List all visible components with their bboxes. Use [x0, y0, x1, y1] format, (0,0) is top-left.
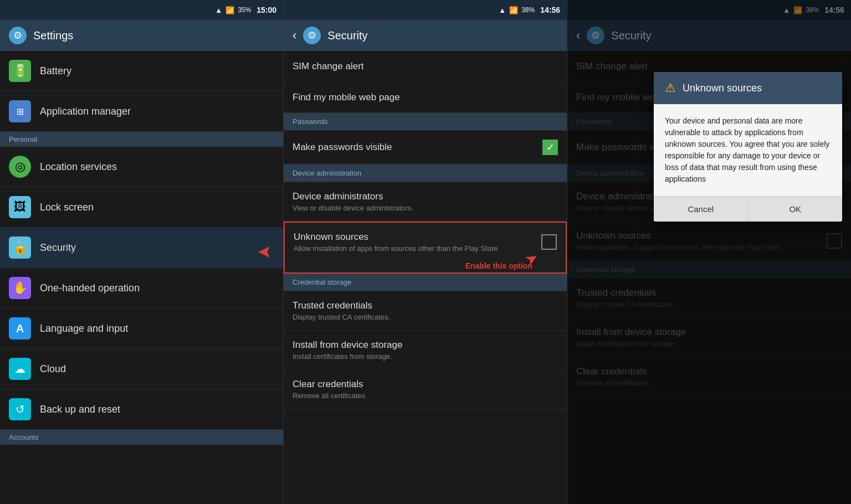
backup-icon: ↺	[9, 398, 31, 420]
make-passwords-title: Make passwords visible	[293, 142, 392, 153]
dialog-overlay: ⚠ Unknown sources Your device and person…	[567, 0, 851, 504]
sec-section-cred-storage: Credential storage	[284, 274, 567, 291]
enable-label: Enable this option	[465, 261, 532, 270]
one-handed-label: One-handed operation	[40, 282, 140, 294]
one-handed-icon: ✋	[9, 277, 31, 299]
sec-item-device-admins[interactable]: Device administrators View or disable de…	[284, 182, 567, 222]
unknown-sources-dialog: ⚠ Unknown sources Your device and person…	[654, 72, 842, 222]
battery-icon: 🔋	[9, 60, 31, 82]
sec-item-install-storage[interactable]: Install from device storage Install cert…	[284, 331, 567, 370]
settings-item-language[interactable]: A Language and input	[0, 308, 283, 349]
dialog-buttons: Cancel OK	[654, 196, 842, 222]
settings-item-lock-screen[interactable]: 🖼 Lock screen	[0, 187, 283, 228]
lock-screen-label: Lock screen	[40, 202, 94, 213]
sec-item-sim-alert[interactable]: SIM change alert	[284, 51, 567, 82]
gear-icon-p1: ⚙	[9, 27, 27, 44]
title-bar-p1: ⚙ Settings	[0, 20, 283, 51]
trusted-creds-title: Trusted credentials	[293, 300, 558, 311]
device-admins-sub: View or disable device administrators.	[293, 204, 558, 212]
sec-item-trusted-creds[interactable]: Trusted credentials Display trusted CA c…	[284, 291, 567, 331]
section-accounts: Accounts	[0, 430, 283, 445]
cloud-label: Cloud	[40, 363, 66, 375]
unknown-sources-title: Unknown sources	[294, 232, 368, 242]
settings-item-cloud[interactable]: ☁ Cloud	[0, 349, 283, 389]
sec-item-clear-creds[interactable]: Clear credentials Remove all certificate…	[284, 370, 567, 409]
device-admin-section-label: Device administration	[293, 169, 558, 177]
dialog-message: Your device and personal data are more v…	[665, 115, 831, 185]
settings-item-location[interactable]: ◎ Location services	[0, 147, 283, 187]
section-personal: Personal	[0, 132, 283, 147]
back-button-p2[interactable]: ‹	[293, 28, 296, 43]
panel-settings-main: ▲ 📶 35% 15:00 ⚙ Settings 🔋 Battery ⊞ App…	[0, 0, 284, 504]
status-bar-p2: ▲ 📶 38% 14:56	[284, 0, 567, 20]
battery-pct-p1: 35%	[238, 6, 251, 14]
gear-icon-p2: ⚙	[303, 27, 321, 44]
security-list: SIM change alert Find my mobile web page…	[284, 51, 567, 504]
sec-item-find-mobile[interactable]: Find my mobile web page	[284, 82, 567, 113]
security-icon: 🔒	[9, 236, 31, 259]
sec-item-unknown-sources[interactable]: Unknown sources Allow installation of ap…	[284, 222, 567, 274]
install-storage-title: Install from device storage	[293, 340, 558, 351]
time-p1: 15:00	[257, 6, 276, 14]
language-label: Language and input	[40, 323, 128, 335]
dialog-ok-button[interactable]: OK	[749, 197, 843, 222]
sec-section-passwords: Passwords	[284, 113, 567, 131]
wifi-icon-p2: ▲	[499, 6, 506, 14]
lock-screen-icon: 🖼	[9, 196, 31, 218]
settings-item-app-manager[interactable]: ⊞ Application manager	[0, 91, 283, 132]
panel-security: ▲ 📶 38% 14:56 ‹ ⚙ Security SIM change al…	[284, 0, 567, 504]
trusted-creds-sub: Display trusted CA certificates.	[293, 313, 558, 321]
warning-icon: ⚠	[665, 81, 676, 95]
dialog-body: Your device and personal data are more v…	[654, 104, 842, 196]
device-admins-title: Device administrators	[293, 191, 558, 202]
clear-creds-sub: Remove all certificates.	[293, 392, 558, 400]
time-p2: 14:56	[540, 6, 560, 14]
cred-storage-label: Credential storage	[293, 278, 558, 286]
clear-creds-title: Clear credentials	[293, 379, 558, 390]
sec-item-make-passwords[interactable]: Make passwords visible ✓	[284, 131, 567, 164]
page-title-p1: Settings	[33, 29, 73, 42]
sim-alert-title: SIM change alert	[293, 61, 558, 72]
passwords-section-label: Passwords	[293, 117, 558, 126]
title-bar-p2: ‹ ⚙ Security	[284, 20, 567, 51]
red-arrow-p1: ➤	[257, 241, 272, 262]
panel-security-dialog: ▲ 📶 38% 14:56 ‹ ⚙ Security SIM change al…	[567, 0, 851, 504]
dialog-cancel-button[interactable]: Cancel	[654, 197, 749, 222]
apps-icon: ⊞	[9, 100, 31, 122]
security-label: Security	[40, 242, 76, 254]
location-icon: ◎	[9, 156, 31, 178]
settings-item-battery[interactable]: 🔋 Battery	[0, 51, 283, 91]
wifi-icon-p1: ▲	[215, 6, 222, 14]
unknown-sources-checkbox[interactable]	[541, 234, 557, 250]
settings-item-backup[interactable]: ↺ Back up and reset	[0, 389, 283, 430]
cloud-icon: ☁	[9, 358, 31, 380]
signal-icon-p2: 📶	[509, 6, 518, 14]
sec-section-device-admin: Device administration	[284, 164, 567, 182]
settings-list: 🔋 Battery ⊞ Application manager Personal…	[0, 51, 283, 504]
backup-label: Back up and reset	[40, 404, 120, 415]
make-passwords-checkbox[interactable]: ✓	[542, 140, 558, 155]
install-storage-sub: Install certificates from storage.	[293, 352, 558, 361]
dialog-title-bar: ⚠ Unknown sources	[654, 72, 842, 104]
battery-label: Battery	[40, 65, 71, 77]
find-mobile-title: Find my mobile web page	[293, 92, 558, 103]
language-icon: A	[9, 317, 31, 340]
app-manager-label: Application manager	[40, 106, 131, 117]
status-bar-p1: ▲ 📶 35% 15:00	[0, 0, 283, 20]
settings-item-security[interactable]: 🔒 Security ➤	[0, 228, 283, 268]
signal-icon-p1: 📶	[225, 6, 234, 14]
page-title-p2: Security	[327, 29, 367, 42]
unknown-sources-sub: Allow installation of apps from sources …	[294, 244, 498, 253]
dialog-title-text: Unknown sources	[683, 83, 762, 94]
settings-item-one-handed[interactable]: ✋ One-handed operation	[0, 268, 283, 308]
location-label: Location services	[40, 161, 117, 173]
battery-pct-p2: 38%	[521, 6, 535, 14]
